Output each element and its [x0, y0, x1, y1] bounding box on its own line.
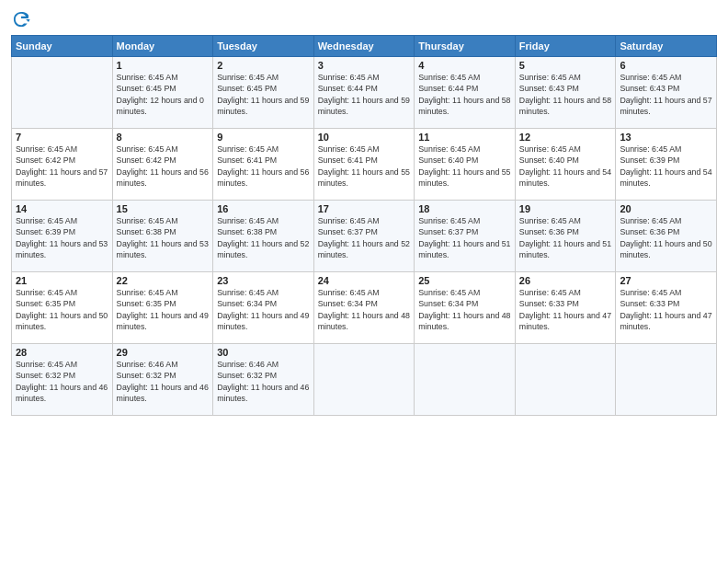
calendar-cell: [12, 57, 113, 129]
week-row-2: 7Sunrise: 6:45 AMSunset: 6:42 PMDaylight…: [12, 129, 717, 201]
calendar-cell: 8Sunrise: 6:45 AMSunset: 6:42 PMDaylight…: [112, 129, 213, 201]
calendar-cell: 20Sunrise: 6:45 AMSunset: 6:36 PMDayligh…: [616, 201, 717, 272]
day-number: 19: [519, 203, 612, 214]
day-number: 29: [117, 347, 210, 358]
day-number: 6: [620, 60, 712, 71]
day-number: 24: [318, 275, 411, 286]
header-thursday: Thursday: [415, 36, 516, 57]
day-info: Sunrise: 6:45 AMSunset: 6:35 PMDaylight:…: [117, 287, 210, 332]
day-info: Sunrise: 6:45 AMSunset: 6:39 PMDaylight:…: [16, 215, 108, 260]
day-number: 8: [117, 132, 210, 143]
logo-icon: [11, 9, 31, 29]
calendar-cell: 21Sunrise: 6:45 AMSunset: 6:35 PMDayligh…: [12, 272, 113, 344]
day-number: 20: [620, 203, 712, 214]
calendar-cell: 19Sunrise: 6:45 AMSunset: 6:36 PMDayligh…: [515, 201, 616, 272]
day-info: Sunrise: 6:45 AMSunset: 6:44 PMDaylight:…: [318, 72, 411, 117]
day-info: Sunrise: 6:45 AMSunset: 6:38 PMDaylight:…: [217, 215, 310, 260]
day-number: 17: [318, 203, 411, 214]
day-info: Sunrise: 6:45 AMSunset: 6:45 PMDaylight:…: [117, 72, 210, 117]
calendar-cell: 4Sunrise: 6:45 AMSunset: 6:44 PMDaylight…: [415, 57, 516, 129]
day-info: Sunrise: 6:45 AMSunset: 6:42 PMDaylight:…: [117, 144, 210, 189]
day-info: Sunrise: 6:45 AMSunset: 6:40 PMDaylight:…: [519, 144, 612, 189]
day-number: 13: [620, 132, 712, 143]
calendar-cell: 13Sunrise: 6:45 AMSunset: 6:39 PMDayligh…: [616, 129, 717, 201]
calendar-cell: 11Sunrise: 6:45 AMSunset: 6:40 PMDayligh…: [415, 129, 516, 201]
day-number: 3: [318, 60, 411, 71]
day-number: 23: [217, 275, 310, 286]
calendar-cell: 16Sunrise: 6:45 AMSunset: 6:38 PMDayligh…: [213, 201, 314, 272]
week-row-1: 1Sunrise: 6:45 AMSunset: 6:45 PMDaylight…: [12, 57, 717, 129]
week-row-4: 21Sunrise: 6:45 AMSunset: 6:35 PMDayligh…: [12, 272, 717, 344]
calendar-cell: 18Sunrise: 6:45 AMSunset: 6:37 PMDayligh…: [415, 201, 516, 272]
day-number: 27: [620, 275, 712, 286]
day-info: Sunrise: 6:45 AMSunset: 6:37 PMDaylight:…: [318, 215, 411, 260]
day-number: 14: [16, 203, 108, 214]
calendar-cell: 22Sunrise: 6:45 AMSunset: 6:35 PMDayligh…: [112, 272, 213, 344]
day-info: Sunrise: 6:45 AMSunset: 6:35 PMDaylight:…: [16, 287, 108, 332]
header-saturday: Saturday: [616, 36, 717, 57]
calendar-cell: 28Sunrise: 6:45 AMSunset: 6:32 PMDayligh…: [12, 344, 113, 416]
day-number: 21: [16, 275, 108, 286]
calendar-header-row: SundayMondayTuesdayWednesdayThursdayFrid…: [12, 36, 717, 57]
day-info: Sunrise: 6:45 AMSunset: 6:41 PMDaylight:…: [217, 144, 310, 189]
day-number: 15: [117, 203, 210, 214]
week-row-3: 14Sunrise: 6:45 AMSunset: 6:39 PMDayligh…: [12, 201, 717, 272]
calendar-cell: 23Sunrise: 6:45 AMSunset: 6:34 PMDayligh…: [213, 272, 314, 344]
logo: [11, 9, 35, 29]
calendar-cell: 29Sunrise: 6:46 AMSunset: 6:32 PMDayligh…: [112, 344, 213, 416]
calendar-cell: 2Sunrise: 6:45 AMSunset: 6:45 PMDaylight…: [213, 57, 314, 129]
day-info: Sunrise: 6:45 AMSunset: 6:33 PMDaylight:…: [519, 287, 612, 332]
calendar-cell: [415, 344, 516, 416]
day-number: 26: [519, 275, 612, 286]
calendar-table: SundayMondayTuesdayWednesdayThursdayFrid…: [11, 35, 717, 416]
day-number: 9: [217, 132, 310, 143]
day-info: Sunrise: 6:45 AMSunset: 6:34 PMDaylight:…: [418, 287, 511, 332]
day-info: Sunrise: 6:45 AMSunset: 6:34 PMDaylight:…: [318, 287, 411, 332]
day-info: Sunrise: 6:45 AMSunset: 6:39 PMDaylight:…: [620, 144, 712, 189]
day-info: Sunrise: 6:45 AMSunset: 6:34 PMDaylight:…: [217, 287, 310, 332]
header: [11, 9, 717, 29]
day-info: Sunrise: 6:45 AMSunset: 6:37 PMDaylight:…: [418, 215, 511, 260]
calendar-cell: 9Sunrise: 6:45 AMSunset: 6:41 PMDaylight…: [213, 129, 314, 201]
day-number: 5: [519, 60, 612, 71]
header-monday: Monday: [112, 36, 213, 57]
header-sunday: Sunday: [12, 36, 113, 57]
day-info: Sunrise: 6:45 AMSunset: 6:32 PMDaylight:…: [16, 359, 108, 404]
calendar-cell: 1Sunrise: 6:45 AMSunset: 6:45 PMDaylight…: [112, 57, 213, 129]
calendar-cell: 10Sunrise: 6:45 AMSunset: 6:41 PMDayligh…: [313, 129, 415, 201]
day-info: Sunrise: 6:45 AMSunset: 6:42 PMDaylight:…: [16, 144, 108, 189]
day-info: Sunrise: 6:45 AMSunset: 6:43 PMDaylight:…: [620, 72, 712, 117]
day-number: 28: [16, 347, 108, 358]
day-number: 7: [16, 132, 108, 143]
calendar-cell: 14Sunrise: 6:45 AMSunset: 6:39 PMDayligh…: [12, 201, 113, 272]
header-tuesday: Tuesday: [213, 36, 314, 57]
calendar-cell: 30Sunrise: 6:46 AMSunset: 6:32 PMDayligh…: [213, 344, 314, 416]
calendar-cell: [616, 344, 717, 416]
page-container: SundayMondayTuesdayWednesdayThursdayFrid…: [0, 0, 728, 425]
calendar-cell: [515, 344, 616, 416]
calendar-cell: 15Sunrise: 6:45 AMSunset: 6:38 PMDayligh…: [112, 201, 213, 272]
calendar-cell: 3Sunrise: 6:45 AMSunset: 6:44 PMDaylight…: [313, 57, 415, 129]
day-number: 12: [519, 132, 612, 143]
day-info: Sunrise: 6:45 AMSunset: 6:38 PMDaylight:…: [117, 215, 210, 260]
day-info: Sunrise: 6:45 AMSunset: 6:45 PMDaylight:…: [217, 72, 310, 117]
day-number: 1: [117, 60, 210, 71]
day-number: 4: [418, 60, 511, 71]
day-info: Sunrise: 6:45 AMSunset: 6:33 PMDaylight:…: [620, 287, 712, 332]
calendar-cell: 27Sunrise: 6:45 AMSunset: 6:33 PMDayligh…: [616, 272, 717, 344]
calendar-cell: 6Sunrise: 6:45 AMSunset: 6:43 PMDaylight…: [616, 57, 717, 129]
day-number: 2: [217, 60, 310, 71]
calendar-cell: 24Sunrise: 6:45 AMSunset: 6:34 PMDayligh…: [313, 272, 415, 344]
week-row-5: 28Sunrise: 6:45 AMSunset: 6:32 PMDayligh…: [12, 344, 717, 416]
day-number: 30: [217, 347, 310, 358]
day-number: 16: [217, 203, 310, 214]
day-info: Sunrise: 6:45 AMSunset: 6:41 PMDaylight:…: [318, 144, 411, 189]
day-info: Sunrise: 6:45 AMSunset: 6:36 PMDaylight:…: [620, 215, 712, 260]
day-info: Sunrise: 6:45 AMSunset: 6:36 PMDaylight:…: [519, 215, 612, 260]
day-number: 22: [117, 275, 210, 286]
calendar-cell: 5Sunrise: 6:45 AMSunset: 6:43 PMDaylight…: [515, 57, 616, 129]
day-info: Sunrise: 6:45 AMSunset: 6:40 PMDaylight:…: [418, 144, 511, 189]
calendar-cell: 26Sunrise: 6:45 AMSunset: 6:33 PMDayligh…: [515, 272, 616, 344]
day-number: 10: [318, 132, 411, 143]
day-info: Sunrise: 6:46 AMSunset: 6:32 PMDaylight:…: [217, 359, 310, 404]
